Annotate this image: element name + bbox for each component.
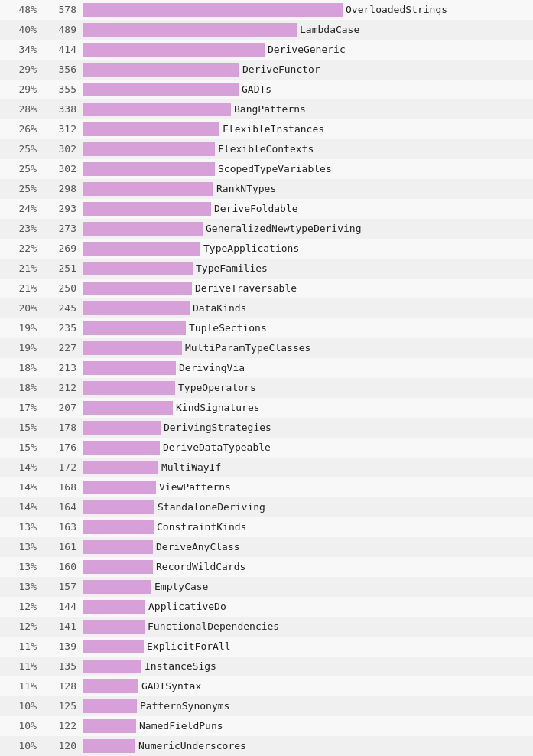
row-bar	[83, 421, 161, 435]
row-bar	[83, 401, 173, 415]
row-name: TypeApplications	[203, 243, 299, 254]
row-count: 298	[43, 183, 83, 194]
row-bar	[83, 282, 192, 295]
row-pct: 11%	[3, 640, 43, 652]
row-name: FlexibleInstances	[223, 123, 324, 135]
row-bar-label: NamedFieldPuns	[83, 719, 530, 733]
row-bar-label: NumericUnderscores	[83, 739, 530, 753]
row-bar	[83, 103, 231, 116]
row-bar	[83, 600, 145, 614]
row-pct: 15%	[3, 442, 43, 453]
row-name: BangPatterns	[234, 103, 306, 115]
row-name: ApplicativeDo	[148, 601, 226, 612]
row-name: ViewPatterns	[159, 481, 231, 493]
row-count: 293	[43, 203, 83, 214]
row-bar-label: ConstraintKinds	[83, 520, 530, 534]
row-pct: 11%	[3, 680, 43, 692]
row-bar-label: DeriveGeneric	[83, 43, 530, 57]
row-pct: 13%	[3, 581, 43, 592]
row-bar	[83, 640, 144, 653]
row-name: GeneralizedNewtypeDeriving	[206, 223, 362, 234]
row-count: 355	[43, 83, 83, 95]
row-count: 245	[43, 302, 83, 314]
row-name: StandaloneDeriving	[158, 501, 265, 513]
row-bar	[83, 540, 153, 554]
row-bar	[83, 620, 145, 634]
row-pct: 40%	[3, 24, 43, 35]
table-row: 26% 312 FlexibleInstances	[0, 119, 533, 139]
row-name: DeriveGeneric	[268, 44, 346, 55]
table-row: 13% 160 RecordWildCards	[0, 557, 533, 577]
row-count: 302	[43, 163, 83, 174]
row-bar	[83, 441, 160, 455]
row-name: KindSignatures	[176, 402, 260, 413]
row-bar	[83, 262, 193, 275]
row-bar-label: PatternSynonyms	[83, 699, 530, 713]
row-pct: 23%	[3, 223, 43, 234]
table-row: 14% 168 ViewPatterns	[0, 477, 533, 497]
row-pct: 22%	[3, 243, 43, 254]
table-row: 23% 273 GeneralizedNewtypeDeriving	[0, 219, 533, 239]
table-row: 48% 578 OverloadedStrings	[0, 0, 533, 20]
row-name: GADTs	[242, 83, 271, 95]
table-row: 10% 120 NumericUnderscores	[0, 736, 533, 756]
row-bar	[83, 461, 158, 474]
table-row: 14% 164 StandaloneDeriving	[0, 497, 533, 517]
row-bar-label: DeriveFoldable	[83, 202, 530, 216]
row-pct: 12%	[3, 621, 43, 632]
row-count: 250	[43, 282, 83, 294]
table-row: 10% 125 PatternSynonyms	[0, 696, 533, 716]
table-row: 14% 172 MultiWayIf	[0, 458, 533, 477]
table-row: 28% 338 BangPatterns	[0, 99, 533, 119]
row-pct: 10%	[3, 720, 43, 732]
table-row: 17% 207 KindSignatures	[0, 398, 533, 418]
row-bar-label: LambdaCase	[83, 23, 530, 37]
row-count: 176	[43, 442, 83, 453]
row-count: 178	[43, 422, 83, 433]
row-pct: 24%	[3, 203, 43, 214]
row-name: TupleSections	[189, 322, 267, 334]
row-bar	[83, 23, 297, 37]
row-bar	[83, 321, 186, 335]
row-bar-label: StandaloneDeriving	[83, 500, 530, 514]
row-name: DerivingStrategies	[164, 422, 271, 433]
row-name: OverloadedStrings	[346, 4, 447, 15]
row-bar-label: ViewPatterns	[83, 481, 530, 494]
row-name: DeriveFunctor	[242, 64, 320, 75]
row-name: RankNTypes	[216, 183, 276, 194]
row-count: 161	[43, 541, 83, 552]
row-pct: 29%	[3, 83, 43, 95]
row-name: MultiParamTypeClasses	[185, 342, 310, 354]
row-pct: 29%	[3, 64, 43, 75]
row-name: DerivingVia	[179, 362, 245, 373]
row-bar	[83, 202, 211, 216]
row-bar	[83, 142, 215, 156]
row-bar-label: ApplicativeDo	[83, 600, 530, 614]
table-row: 21% 251 TypeFamilies	[0, 259, 533, 279]
table-row: 10% 122 NamedFieldPuns	[0, 716, 533, 736]
row-count: 273	[43, 223, 83, 234]
table-row: 20% 245 DataKinds	[0, 298, 533, 318]
row-name: MultiWayIf	[161, 461, 221, 473]
table-row: 15% 178 DerivingStrategies	[0, 418, 533, 438]
row-count: 207	[43, 402, 83, 413]
data-table: 48% 578 OverloadedStrings 40% 489 Lambda…	[0, 0, 533, 756]
row-bar	[83, 162, 215, 176]
row-count: 269	[43, 243, 83, 254]
row-bar	[83, 182, 213, 196]
row-bar-label: EmptyCase	[83, 580, 530, 594]
row-pct: 14%	[3, 501, 43, 513]
table-row: 40% 489 LambdaCase	[0, 20, 533, 40]
row-name: DeriveDataTypeable	[163, 442, 271, 453]
row-pct: 26%	[3, 123, 43, 135]
row-count: 251	[43, 262, 83, 274]
row-pct: 28%	[3, 103, 43, 115]
row-name: InstanceSigs	[145, 660, 216, 672]
row-pct: 21%	[3, 262, 43, 274]
row-bar	[83, 83, 239, 96]
row-pct: 19%	[3, 342, 43, 354]
row-name: FlexibleContexts	[218, 143, 314, 155]
row-bar-label: InstanceSigs	[83, 660, 530, 673]
row-name: RecordWildCards	[156, 561, 245, 572]
table-row: 25% 302 FlexibleContexts	[0, 139, 533, 159]
